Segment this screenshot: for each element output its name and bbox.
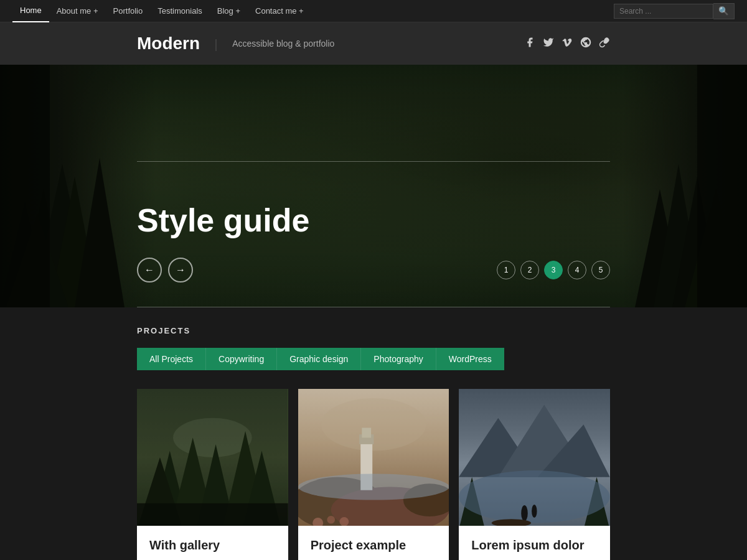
projects-heading: PROJECTS [137, 326, 610, 335]
card-body-2: Project example Lorem ipsum dolor sit am… [298, 526, 449, 560]
hero-dot-2[interactable]: 2 [520, 261, 539, 279]
card-body-1: With gallery Lorem ipsum dolor sit amet,… [137, 526, 288, 560]
brand-title: Modern [137, 34, 200, 54]
filter-all[interactable]: All Projects [137, 348, 206, 370]
projects-section: PROJECTS All Projects Copywriting Graphi… [0, 307, 747, 560]
nav-home[interactable]: Home [12, 0, 49, 22]
vimeo-icon[interactable] [561, 37, 573, 50]
card-body-3: Lorem ipsum dolor Lorem ipsum dolor sit … [459, 526, 610, 560]
project-card-1: With gallery Lorem ipsum dolor sit amet,… [137, 389, 288, 560]
hero-dot-1[interactable]: 1 [497, 261, 515, 279]
brand-separator: | [215, 37, 217, 51]
card-title-1: With gallery [149, 538, 276, 553]
hero-section: Style guide ← → 1 2 3 4 5 [0, 65, 747, 307]
navbar: Home About me + Portfolio Testimonials B… [0, 0, 747, 22]
card-image-2 [298, 389, 449, 526]
search-icon: 🔍 [718, 6, 729, 16]
twitter-icon[interactable] [543, 37, 554, 50]
nav-blog[interactable]: Blog + [210, 0, 248, 22]
nav-testimonials[interactable]: Testimonials [150, 0, 210, 22]
hero-divider-top [137, 161, 610, 162]
link-icon[interactable] [599, 37, 610, 50]
svg-rect-46 [459, 389, 610, 526]
card-image-3 [459, 389, 610, 526]
hero-prev-button[interactable]: ← [137, 258, 162, 282]
hero-dot-3[interactable]: 3 [544, 261, 563, 279]
filter-graphic-design[interactable]: Graphic design [277, 348, 361, 370]
card-title-2: Project example [311, 538, 437, 553]
cards-grid: With gallery Lorem ipsum dolor sit amet,… [137, 389, 610, 560]
hero-arrows: ← → [137, 258, 193, 282]
hero-dot-5[interactable]: 5 [591, 261, 610, 279]
nav-about[interactable]: About me + [49, 0, 106, 22]
filter-copywriting[interactable]: Copywriting [206, 348, 277, 370]
search-input[interactable] [614, 4, 713, 19]
nav-portfolio[interactable]: Portfolio [106, 0, 151, 22]
search-form: 🔍 [614, 3, 735, 19]
hero-content: Style guide ← → 1 2 3 4 5 [137, 202, 610, 282]
site-header: Modern | Accessible blog & portfolio [0, 22, 747, 65]
hero-pagination: 1 2 3 4 5 [497, 261, 610, 279]
lighthouse-image [298, 389, 449, 526]
wordpress-icon[interactable] [580, 37, 591, 50]
nav-contact[interactable]: Contact me + [248, 0, 311, 22]
project-card-2: Project example Lorem ipsum dolor sit am… [298, 389, 449, 560]
lake-image [459, 389, 610, 526]
brand-area: Modern | Accessible blog & portfolio [137, 34, 334, 54]
hero-dot-4[interactable]: 4 [568, 261, 586, 279]
social-icons-group [524, 37, 610, 50]
filter-wordpress[interactable]: WordPress [436, 348, 504, 370]
project-card-3: Lorem ipsum dolor Lorem ipsum dolor sit … [459, 389, 610, 560]
forest-image [137, 389, 288, 526]
hero-divider-bottom [137, 307, 610, 307]
filter-buttons-group: All Projects Copywriting Graphic design … [137, 348, 610, 370]
card-title-3: Lorem ipsum dolor [471, 538, 598, 553]
svg-rect-35 [298, 389, 449, 526]
nav-links: Home About me + Portfolio Testimonials B… [12, 0, 311, 22]
facebook-icon[interactable] [524, 37, 535, 50]
card-image-1 [137, 389, 288, 526]
svg-rect-22 [137, 389, 288, 526]
hero-controls: ← → 1 2 3 4 5 [137, 258, 610, 282]
search-button[interactable]: 🔍 [713, 3, 735, 19]
hero-next-button[interactable]: → [168, 258, 193, 282]
hero-title: Style guide [137, 202, 610, 239]
filter-photography[interactable]: Photography [361, 348, 436, 370]
brand-tagline: Accessible blog & portfolio [232, 39, 334, 49]
